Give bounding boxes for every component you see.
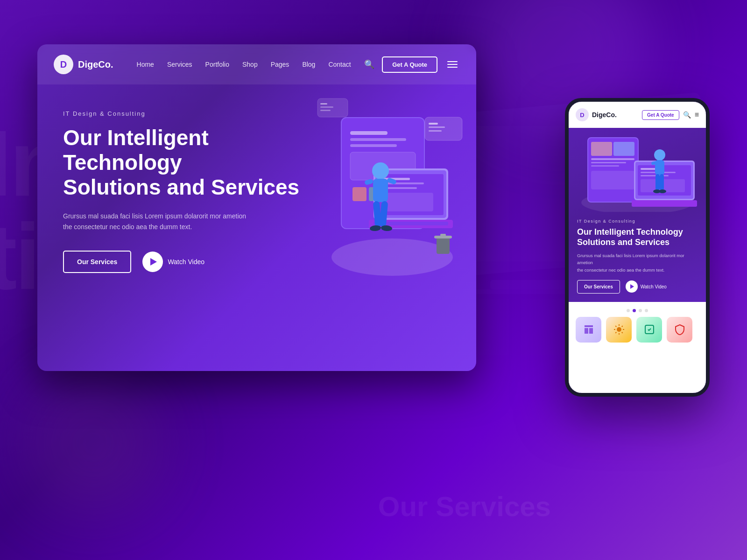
service-icon-3 (636, 317, 662, 343)
bg-services-text: Our Services (378, 490, 551, 523)
watch-video-label: Watch Video (168, 258, 204, 266)
hero-illustration (299, 70, 476, 294)
svg-rect-59 (632, 200, 697, 207)
svg-rect-33 (429, 123, 438, 125)
service-icon-4 (667, 317, 692, 343)
svg-rect-35 (429, 130, 442, 132)
pagination-dots (576, 309, 699, 312)
phone-desc-line2: the consectetur nec odio aea the dumm te… (577, 267, 664, 273)
our-services-button[interactable]: Our Services (63, 251, 131, 273)
phone-mockup: D DigeCo. Get A Quote 🔍 ≡ (565, 98, 710, 397)
svg-rect-51 (591, 171, 634, 189)
nav-pages[interactable]: Pages (271, 61, 289, 68)
hero-desc-line1: Grursus mal suada faci lisis Lorem ipsum… (63, 212, 246, 220)
nav-shop[interactable]: Shop (242, 61, 258, 68)
svg-rect-8 (350, 131, 388, 135)
nav-services[interactable]: Services (167, 61, 192, 68)
phone-get-quote-button[interactable]: Get A Quote (642, 110, 679, 120)
phone-hero-subtitle: IT Design & Consulting (577, 219, 698, 224)
phone-our-services-button[interactable]: Our Services (577, 280, 620, 294)
svg-rect-9 (350, 138, 406, 141)
service-icon-2 (606, 317, 632, 343)
phone-search-icon[interactable]: 🔍 (683, 111, 691, 119)
svg-point-60 (654, 149, 665, 161)
hamburger-menu-button[interactable] (445, 59, 460, 70)
bg-decoration-circle-2 (23, 373, 163, 513)
phone-play-circle-icon (626, 280, 638, 293)
phone-illustration-area (569, 128, 706, 212)
nav-blog[interactable]: Blog (302, 61, 315, 68)
phone-logo-icon: D (576, 108, 589, 121)
play-triangle-icon (150, 258, 157, 266)
svg-rect-50 (591, 165, 619, 167)
menu-line-3 (447, 67, 458, 68)
nav-links: Home Services Portfolio Shop Pages Blog … (137, 61, 365, 68)
nav-contact[interactable]: Contact (328, 61, 351, 68)
nav-portfolio[interactable]: Portfolio (205, 61, 229, 68)
play-circle-icon (142, 252, 163, 272)
phone-hero-title: Our Intelligent Technology Solutions and… (577, 227, 698, 247)
phone-watch-video-button[interactable]: Watch Video (626, 280, 667, 293)
hero-desc-line2: the consectetur nec odio aea the dumm te… (63, 223, 192, 231)
svg-rect-38 (320, 106, 333, 108)
phone-bottom-section (569, 302, 706, 393)
phone-title-line1: Our Intelligent Technology (577, 227, 683, 237)
phone-title-line2: Solutions and Services (577, 238, 669, 247)
phone-hero-description: Grursus mal suada faci lisis Lorem ipsum… (577, 252, 698, 273)
logo-icon: D (54, 55, 73, 74)
svg-rect-65 (660, 174, 664, 190)
phone-watch-video-label: Watch Video (641, 284, 667, 289)
svg-point-24 (372, 162, 389, 179)
menu-line-1 (447, 61, 458, 62)
svg-rect-34 (429, 126, 445, 128)
svg-rect-46 (591, 142, 612, 156)
dot-2-active (633, 309, 636, 312)
svg-rect-37 (320, 103, 327, 105)
desktop-hero: IT Design & Consulting Our Intelligent T… (37, 84, 476, 292)
watch-video-button[interactable]: Watch Video (142, 252, 204, 272)
svg-rect-40 (437, 238, 450, 254)
phone-menu-icon[interactable]: ≡ (695, 111, 699, 119)
phone-logo-letter: D (580, 112, 584, 119)
svg-rect-47 (613, 142, 634, 156)
phone-desc-line1: Grursus mal suada faci lisis Lorem ipsum… (577, 253, 684, 265)
hero-title: Our Intelligent Technology Solutions and… (63, 126, 306, 200)
svg-point-67 (659, 189, 666, 193)
phone-services-preview (576, 317, 699, 343)
svg-rect-21 (382, 193, 433, 211)
hero-description: Grursus mal suada faci lisis Lorem ipsum… (63, 211, 250, 233)
phone-play-triangle-icon (630, 284, 634, 289)
phone-brand-name: DigeCo. (592, 111, 642, 119)
desktop-card: D DigeCo. Home Services Portfolio Shop P… (37, 44, 476, 371)
svg-rect-25 (373, 179, 388, 202)
svg-rect-57 (641, 175, 669, 176)
phone-nav: D DigeCo. Get A Quote 🔍 ≡ (569, 102, 706, 128)
svg-rect-42 (440, 234, 446, 236)
svg-rect-39 (320, 110, 331, 111)
svg-rect-19 (382, 182, 424, 184)
svg-point-68 (617, 327, 621, 332)
svg-rect-48 (591, 158, 634, 160)
svg-rect-49 (591, 162, 626, 163)
hero-title-line1: Our Intelligent Technology (63, 126, 209, 175)
search-button[interactable]: 🔍 (364, 59, 374, 70)
menu-line-2 (447, 64, 458, 65)
phone-inner: D DigeCo. Get A Quote 🔍 ≡ (569, 102, 706, 393)
dot-1 (627, 309, 630, 312)
svg-point-5 (331, 238, 453, 276)
phone-hero-content: IT Design & Consulting Our Intelligent T… (569, 212, 706, 302)
logo-letter: D (60, 59, 67, 70)
svg-rect-10 (350, 144, 397, 147)
svg-rect-12 (352, 187, 366, 201)
search-icon: 🔍 (364, 60, 374, 69)
svg-rect-64 (655, 174, 660, 190)
nav-home[interactable]: Home (137, 61, 154, 68)
phone-hero-buttons: Our Services Watch Video (577, 280, 698, 294)
svg-rect-32 (425, 117, 462, 140)
brand-name: DigeCo. (78, 59, 113, 70)
hero-title-line2: Solutions and Services (63, 175, 299, 199)
dot-4 (645, 309, 648, 312)
service-icon-1 (576, 317, 601, 343)
dot-3 (639, 309, 642, 312)
